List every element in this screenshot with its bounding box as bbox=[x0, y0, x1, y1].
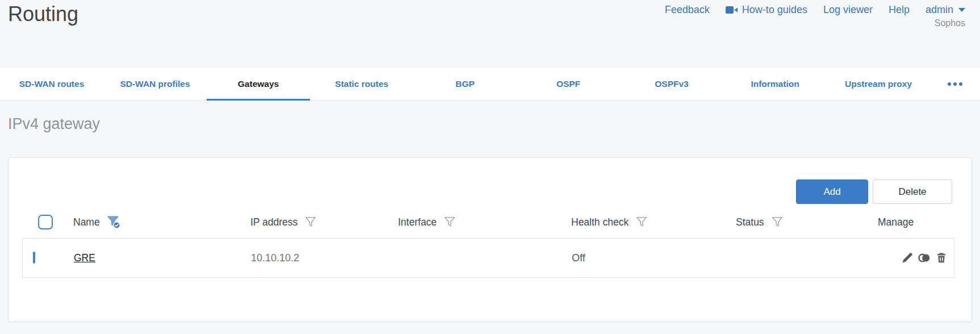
tab-information[interactable]: Information bbox=[723, 68, 827, 100]
help-link[interactable]: Help bbox=[889, 4, 910, 16]
add-button[interactable]: Add bbox=[796, 179, 868, 204]
row-select-cell bbox=[23, 253, 68, 263]
header-links: Feedback How-to guides Log viewer Help a… bbox=[665, 4, 965, 16]
name-cell: GRE bbox=[68, 252, 245, 264]
clone-icon[interactable] bbox=[918, 252, 931, 264]
tab-bgp[interactable]: BGP bbox=[413, 68, 517, 100]
tab-bar: SD-WAN routes SD-WAN profiles Gateways S… bbox=[0, 67, 980, 101]
feedback-link[interactable]: Feedback bbox=[665, 4, 710, 16]
ellipsis-icon bbox=[959, 82, 962, 86]
video-camera-icon bbox=[726, 6, 738, 14]
log-viewer-link[interactable]: Log viewer bbox=[823, 4, 873, 16]
row-checkbox[interactable] bbox=[33, 252, 35, 264]
health-check-cell: Off bbox=[566, 252, 731, 264]
column-header-interface: Interface bbox=[392, 216, 566, 228]
admin-menu[interactable]: admin bbox=[925, 4, 965, 16]
gateway-card: Add Delete Name bbox=[8, 157, 972, 322]
tab-ospfv3[interactable]: OSPFv3 bbox=[620, 68, 723, 100]
brand-label: Sophos bbox=[935, 18, 965, 28]
edit-icon[interactable] bbox=[901, 252, 914, 264]
section-title: IPv4 gateway bbox=[8, 115, 100, 133]
column-header-manage: Manage bbox=[872, 216, 954, 228]
column-header-name: Name bbox=[68, 215, 245, 229]
ip-address-cell: 10.10.10.2 bbox=[245, 252, 393, 264]
delete-icon[interactable] bbox=[935, 252, 948, 264]
column-header-ip-address: IP address bbox=[245, 216, 392, 228]
manage-cell bbox=[873, 252, 955, 264]
more-tabs-button[interactable] bbox=[930, 68, 980, 100]
select-all-checkbox[interactable] bbox=[38, 215, 53, 229]
routing-page: Routing Feedback How-to guides Log viewe… bbox=[0, 0, 980, 334]
column-header-status: Status bbox=[730, 216, 872, 228]
tab-sdwan-profiles[interactable]: SD-WAN profiles bbox=[103, 68, 207, 100]
how-to-guides-link[interactable]: How-to guides bbox=[726, 4, 807, 16]
tab-static-routes[interactable]: Static routes bbox=[310, 68, 413, 100]
ellipsis-icon bbox=[953, 82, 957, 86]
gateway-table: Name IP address bbox=[22, 206, 954, 278]
table-row: GRE 10.10.10.2 Off bbox=[22, 238, 954, 278]
delete-button[interactable]: Delete bbox=[873, 179, 952, 204]
tab-ospf[interactable]: OSPF bbox=[517, 68, 620, 100]
column-header-health-check: Health check bbox=[566, 216, 730, 228]
tab-sdwan-routes[interactable]: SD-WAN routes bbox=[0, 68, 103, 100]
filter-icon[interactable] bbox=[304, 216, 317, 228]
tab-gateways[interactable]: Gateways bbox=[207, 68, 310, 100]
select-all-cell bbox=[22, 215, 68, 229]
filter-active-icon[interactable] bbox=[107, 215, 122, 229]
page-title: Routing bbox=[8, 0, 78, 28]
filter-icon[interactable] bbox=[443, 216, 456, 228]
filter-icon[interactable] bbox=[771, 216, 784, 228]
filter-icon[interactable] bbox=[635, 216, 648, 228]
table-header-row: Name IP address bbox=[22, 206, 954, 238]
ellipsis-icon bbox=[948, 82, 951, 86]
status-cell bbox=[731, 252, 873, 264]
caret-down-icon bbox=[958, 8, 965, 12]
table-toolbar: Add Delete bbox=[796, 179, 952, 204]
gateway-name-link[interactable]: GRE bbox=[74, 252, 95, 264]
tab-upstream-proxy[interactable]: Upstream proxy bbox=[827, 68, 930, 100]
